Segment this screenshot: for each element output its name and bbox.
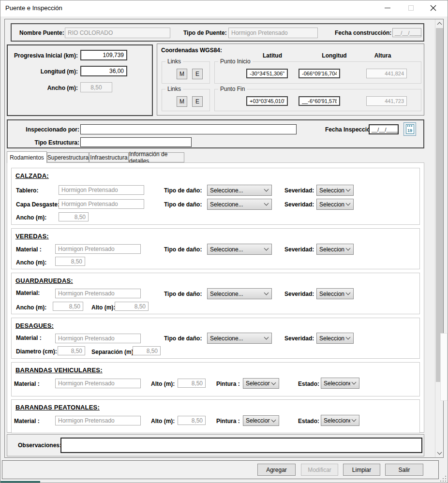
tablero-field[interactable] (59, 185, 144, 195)
material-desagues-field[interactable] (55, 334, 141, 343)
alto-guardaruedas-field[interactable] (115, 302, 149, 311)
severidad-select[interactable]: Seleccione. (316, 185, 354, 196)
tipo-dano-label: Tipo de daño: (164, 187, 202, 194)
select-value: Seleccione... (210, 187, 243, 194)
scrollbar-thumb[interactable] (436, 28, 443, 382)
material-guardaruedas-field[interactable] (55, 289, 141, 298)
fin-latitud-field[interactable] (246, 96, 288, 106)
links-label-inicio: Links (165, 58, 183, 65)
observaciones-field[interactable] (60, 438, 422, 453)
inspeccionado-por-field[interactable] (80, 124, 297, 134)
fecha-construccion-field[interactable]: __/__/____ (392, 28, 421, 37)
scroll-up-button[interactable] (435, 19, 444, 28)
tipo-dano-select[interactable]: Seleccione... (207, 288, 272, 299)
links-label-fin: Links (165, 86, 183, 92)
inspection-group: Inspeccionado por: Fecha Inspección: __/… (7, 119, 424, 148)
tipo-dano-label: Tipo de daño: (164, 246, 202, 253)
severidad-label: Severidad: (284, 246, 314, 253)
inicio-longitud-field[interactable] (299, 69, 340, 78)
chevron-down-icon (271, 417, 276, 422)
estado-select[interactable]: Seleccione. (321, 415, 359, 426)
scroll-down-button[interactable] (435, 449, 444, 457)
ancho-guardaruedas-field[interactable] (53, 302, 83, 311)
select-value: Seleccione. (246, 417, 270, 424)
punto-fin-label: Punto Fin (218, 86, 247, 92)
ancho-veredas-field[interactable] (55, 257, 85, 266)
tab-superestructura[interactable]: Superestructura (47, 152, 89, 162)
resize-grip-icon[interactable] (440, 476, 441, 477)
agregar-button[interactable]: Agregar (257, 464, 296, 476)
severidad-select[interactable]: Seleccione. (316, 199, 354, 210)
material-label: Material : (16, 335, 42, 341)
pintura-select[interactable]: Seleccione. (243, 415, 279, 426)
chevron-down-icon (437, 450, 442, 455)
alto-barandas-pea-field[interactable] (178, 416, 206, 425)
material-barandas-pea-field[interactable] (55, 416, 141, 425)
progresiva-field[interactable] (80, 50, 127, 60)
alto-label: Alto (m): (151, 381, 175, 387)
taskbar-edge (0, 481, 40, 483)
ancho-field[interactable] (80, 82, 112, 92)
limpiar-button[interactable]: Limpiar (343, 464, 380, 476)
calendar-button[interactable]: 19 (403, 122, 416, 136)
material-veredas-field[interactable] (55, 244, 141, 254)
inicio-altura-field[interactable] (366, 69, 407, 78)
section-title: CALZADA: (15, 172, 49, 179)
section-title: BARANDAS VEHICULARES: (15, 366, 103, 374)
separacion-field[interactable] (133, 346, 161, 355)
link-m-button-fin[interactable]: M (177, 96, 187, 107)
chevron-down-icon (352, 380, 357, 385)
inicio-latitud-field[interactable] (246, 69, 288, 78)
longitud-field[interactable] (80, 66, 127, 76)
nombre-puente-field[interactable] (65, 28, 170, 38)
tab-rodamientos[interactable]: Rodamientos (7, 151, 47, 163)
latitud-column-header: Latitud (253, 52, 292, 59)
tipo-puente-field[interactable] (228, 28, 318, 38)
estado-select[interactable]: Seleccione. (321, 378, 359, 389)
fecha-inspeccion-field[interactable]: __/__/____ (369, 124, 399, 134)
capa-desgaste-label: Capa Desgaste: (16, 201, 60, 208)
section-desagues: DESAGUES: Material : Tipo de daño: Selec… (11, 318, 420, 359)
close-icon (430, 5, 436, 11)
fin-altura-field[interactable] (366, 96, 407, 106)
ancho-label: Ancho (m): (16, 259, 46, 266)
pintura-select[interactable]: Seleccione. (243, 378, 279, 389)
estado-label: Estado: (298, 418, 319, 424)
alto-barandas-veh-field[interactable] (178, 379, 206, 388)
tab-informacion-detalles[interactable]: Información de detalles (129, 152, 184, 162)
maximize-button[interactable] (403, 0, 419, 15)
severidad-select[interactable]: Seleccione. (316, 333, 354, 344)
ancho-calzada-field[interactable] (59, 212, 89, 221)
tipo-dano-select[interactable]: Seleccione... (207, 244, 272, 255)
chevron-down-icon (346, 246, 351, 251)
link-m-button-inicio[interactable]: M (177, 69, 187, 79)
punto-fin-group: Punto Fin (214, 89, 421, 111)
severidad-select[interactable]: Seleccione. (316, 244, 354, 255)
altura-column-header: Altura (363, 52, 402, 59)
severidad-select[interactable]: Seleccione. (316, 288, 354, 299)
salir-button[interactable]: Salir (385, 464, 423, 476)
tipo-estructura-field[interactable] (80, 137, 192, 147)
link-e-button-inicio[interactable]: E (192, 69, 203, 79)
tab-infraestructura[interactable]: Infraestructura (89, 152, 129, 162)
link-e-button-fin[interactable]: E (192, 96, 203, 107)
material-barandas-veh-field[interactable] (55, 379, 141, 388)
capa-desgaste-field[interactable] (59, 199, 144, 209)
close-button[interactable] (425, 0, 441, 15)
material-label: Material: (16, 290, 40, 296)
minimize-button[interactable] (379, 0, 396, 15)
punto-inicio-label: Punto Inicio (218, 58, 253, 65)
diametro-field[interactable] (58, 346, 85, 355)
fin-longitud-field[interactable] (299, 96, 340, 106)
select-value: Seleccione. (324, 380, 350, 387)
calendar-day: 19 (407, 128, 412, 133)
tipo-dano-select[interactable]: Seleccione... (207, 199, 272, 210)
tipo-dano-select[interactable]: Seleccione... (207, 333, 272, 344)
links-group-fin: Links M E (162, 89, 210, 111)
separacion-label: Separación (m) : (91, 349, 137, 355)
section-title: DESAGUES: (15, 322, 54, 329)
tipo-dano-select[interactable]: Seleccione... (207, 185, 272, 196)
section-veredas: VEREDAS: Material : Tipo de daño: Selecc… (11, 228, 420, 269)
chevron-down-icon (346, 335, 351, 340)
severidad-label: Severidad: (284, 291, 314, 297)
